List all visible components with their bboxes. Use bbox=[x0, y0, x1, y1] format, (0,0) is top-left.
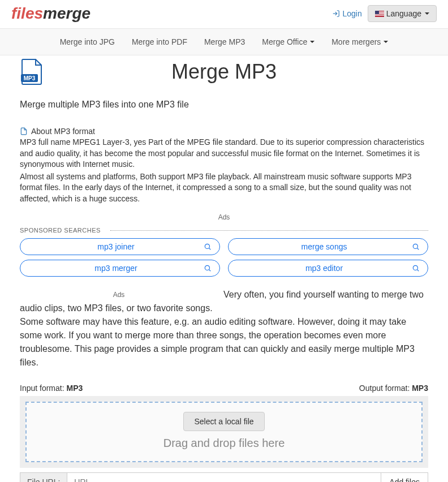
url-input[interactable] bbox=[67, 473, 381, 482]
language-button[interactable]: Language bbox=[368, 5, 437, 22]
sponsored-link-mp3-editor[interactable]: mp3 editor bbox=[228, 260, 428, 277]
svg-line-4 bbox=[209, 248, 210, 249]
mp3-file-icon: MP3 bbox=[20, 58, 44, 85]
navbar: Merge into JPG Merge into PDF Merge MP3 … bbox=[0, 28, 448, 55]
nav-merge-jpg[interactable]: Merge into JPG bbox=[60, 37, 115, 46]
sponsored-title: SPONSORED SEARCHES bbox=[20, 227, 428, 234]
nav-more-mergers[interactable]: More mergers bbox=[331, 37, 388, 46]
nav-merge-mp3[interactable]: Merge MP3 bbox=[204, 37, 245, 46]
caret-down-icon bbox=[384, 41, 388, 43]
caret-down-icon bbox=[310, 41, 315, 43]
login-link[interactable]: Login bbox=[332, 9, 361, 18]
search-icon bbox=[204, 264, 212, 272]
page-title: Merge MP3 bbox=[20, 60, 428, 84]
drag-text: Drag and drop files here bbox=[32, 437, 416, 450]
svg-text:MP3: MP3 bbox=[24, 75, 36, 81]
file-icon bbox=[20, 127, 28, 136]
search-icon bbox=[412, 264, 420, 272]
logo-left: files bbox=[11, 5, 43, 22]
svg-line-6 bbox=[417, 248, 419, 249]
sponsored-link-mp3-merger[interactable]: mp3 merger bbox=[20, 260, 220, 277]
about-text-1: MP3 full name MPEG1 Layer-3, yes Part of… bbox=[20, 137, 428, 170]
output-format: Output format: MP3 bbox=[359, 384, 428, 393]
ads-label-left: Ads bbox=[20, 288, 218, 300]
sponsored-link-merge-songs[interactable]: merge songs bbox=[228, 238, 428, 255]
search-icon bbox=[412, 243, 420, 251]
logo[interactable]: filesmerge bbox=[11, 5, 91, 23]
svg-line-10 bbox=[417, 269, 419, 271]
body-text-2: Some software may have this feature, e.g… bbox=[20, 317, 415, 367]
logo-right: merge bbox=[43, 5, 91, 22]
search-icon bbox=[204, 243, 212, 251]
nav-merge-office[interactable]: Merge Office bbox=[262, 37, 315, 46]
svg-point-3 bbox=[205, 244, 209, 248]
nav-merge-pdf[interactable]: Merge into PDF bbox=[132, 37, 187, 46]
about-text-2: Almost all systems and platforms, Both s… bbox=[20, 171, 428, 205]
dropzone[interactable]: Select a local file Drag and drop files … bbox=[25, 402, 423, 462]
svg-point-5 bbox=[413, 244, 417, 248]
flag-icon bbox=[375, 11, 384, 17]
login-icon bbox=[332, 10, 340, 18]
svg-point-9 bbox=[413, 265, 417, 270]
svg-point-7 bbox=[205, 265, 209, 270]
caret-down-icon bbox=[425, 12, 429, 15]
ads-label-top: Ads bbox=[20, 213, 428, 221]
page-subtitle: Merge multiple MP3 files into one MP3 fi… bbox=[20, 100, 428, 110]
input-format: Input format: MP3 bbox=[20, 384, 83, 393]
add-files-button[interactable]: Add files bbox=[381, 473, 428, 482]
sponsored-link-mp3-joiner[interactable]: mp3 joiner bbox=[20, 238, 220, 255]
select-file-button[interactable]: Select a local file bbox=[183, 412, 264, 431]
about-heading: About MP3 format bbox=[20, 127, 428, 136]
file-url-label: File URL: bbox=[20, 473, 67, 482]
svg-line-8 bbox=[209, 269, 210, 271]
